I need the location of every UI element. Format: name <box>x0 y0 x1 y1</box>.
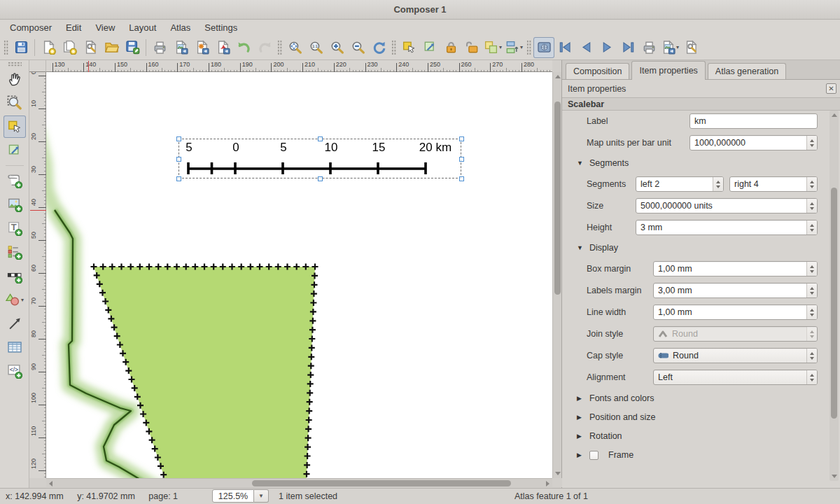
undo-button[interactable] <box>233 37 254 58</box>
spinner[interactable] <box>806 199 817 213</box>
tab-atlas-generation[interactable]: Atlas generation <box>708 63 786 79</box>
atlas-settings-button[interactable] <box>680 37 701 58</box>
print-button[interactable] <box>149 37 170 58</box>
rotation-section[interactable]: ▶ Rotation <box>577 430 827 442</box>
select-move-item-button[interactable] <box>398 37 419 58</box>
composition-manager-button[interactable] <box>80 37 101 58</box>
add-legend-button[interactable] <box>4 241 26 263</box>
composer-canvas[interactable]: 505101520 km <box>46 72 552 478</box>
spinner[interactable] <box>806 262 817 276</box>
move-item-content-button[interactable] <box>419 37 440 58</box>
add-image-button[interactable] <box>4 193 26 216</box>
map-units-input[interactable]: 1000,000000 <box>690 135 818 150</box>
label-input[interactable]: km <box>690 113 818 129</box>
display-group-header[interactable]: ▼ Display <box>577 241 827 254</box>
tab-composition[interactable]: Composition <box>566 63 629 79</box>
move-item-content-tool-button[interactable] <box>4 139 26 162</box>
menu-atlas[interactable]: Atlas <box>163 22 197 33</box>
selection-handle[interactable] <box>459 157 464 162</box>
alignment-combo[interactable]: Left <box>653 370 818 385</box>
unlock-all-items-button[interactable] <box>461 37 482 58</box>
spinner[interactable] <box>806 370 817 384</box>
selection-handle[interactable] <box>318 176 323 181</box>
export-as-pdf-button[interactable] <box>212 37 233 58</box>
pan-tool-button[interactable] <box>4 68 26 90</box>
spinner[interactable] <box>806 305 817 319</box>
spinner[interactable] <box>713 177 723 191</box>
zoom-dropdown-button[interactable]: ▼ <box>254 489 269 503</box>
save-project-button[interactable] <box>10 37 31 58</box>
duplicate-composition-button[interactable] <box>59 37 80 58</box>
atlas-previous-feature-button[interactable] <box>575 37 596 58</box>
zoom-tool-button[interactable] <box>4 92 26 114</box>
fonts-and-colors-section[interactable]: ▶ Fonts and colors <box>577 392 827 405</box>
vertical-scroll-thumb[interactable] <box>554 102 561 295</box>
menu-view[interactable]: View <box>88 22 122 33</box>
spinner[interactable] <box>806 177 817 191</box>
export-atlas-button[interactable]: ▾ <box>659 37 680 58</box>
new-composition-button[interactable] <box>38 37 59 58</box>
export-as-svg-button[interactable] <box>191 37 212 58</box>
selection-handle[interactable] <box>176 176 181 181</box>
atlas-first-feature-button[interactable] <box>554 37 575 58</box>
canvas-horizontal-scrollbar[interactable] <box>46 478 552 487</box>
export-as-image-button[interactable] <box>170 37 191 58</box>
zoom-1-1-button[interactable]: 1:1 <box>305 37 326 58</box>
tab-item-properties[interactable]: Item properties <box>631 61 705 80</box>
menu-settings[interactable]: Settings <box>197 22 244 33</box>
lock-selected-items-button[interactable] <box>440 37 461 58</box>
add-attribute-table-button[interactable] <box>4 336 26 358</box>
selection-handle[interactable] <box>318 136 323 141</box>
print-atlas-button[interactable] <box>638 37 659 58</box>
zoom-full-button[interactable] <box>284 37 305 58</box>
canvas-vertical-scrollbar[interactable] <box>552 72 561 478</box>
line-width-spinbox[interactable]: 1,00 mm <box>653 304 818 320</box>
zoom-combobox[interactable]: 125.5% ▼ <box>212 489 269 503</box>
zoom-level-value[interactable]: 125.5% <box>212 489 254 503</box>
scroll-up-arrow[interactable] <box>555 75 561 78</box>
segments-group-header[interactable]: ▼ Segments <box>577 157 827 169</box>
frame-checkbox[interactable] <box>589 451 598 460</box>
selection-handle[interactable] <box>176 157 181 162</box>
panel-scrollbar[interactable] <box>830 111 839 481</box>
scroll-right-arrow[interactable] <box>546 481 550 486</box>
spinner[interactable] <box>806 136 817 150</box>
refresh-view-button[interactable] <box>368 37 389 58</box>
labels-margin-spinbox[interactable]: 3,00 mm <box>653 283 818 298</box>
scalebar-item[interactable]: 505101520 km <box>178 139 461 178</box>
frame-section[interactable]: ▶ Frame <box>577 449 827 461</box>
size-spinbox[interactable]: 5000,000000 units <box>636 198 818 214</box>
add-new-map-button[interactable] <box>4 169 26 192</box>
atlas-preview-button[interactable] <box>533 37 554 58</box>
select-move-item-tool-button[interactable] <box>4 115 26 138</box>
redo-button[interactable] <box>254 37 275 58</box>
panel-close-icon[interactable]: ✕ <box>826 83 836 94</box>
save-as-template-button[interactable] <box>122 37 143 58</box>
atlas-next-feature-button[interactable] <box>596 37 617 58</box>
box-margin-spinbox[interactable]: 1,00 mm <box>653 261 818 276</box>
add-html-frame-button[interactable]: </> <box>4 360 26 382</box>
panel-scroll-thumb[interactable] <box>831 188 837 419</box>
selection-handle[interactable] <box>459 136 464 141</box>
atlas-last-feature-button[interactable] <box>617 37 638 58</box>
add-arrow-button[interactable] <box>4 312 26 335</box>
raise-selected-items-button[interactable]: ▾ <box>503 37 524 58</box>
add-shape-button[interactable]: ▾ <box>4 288 26 311</box>
segments-left-spinbox[interactable]: left 2 <box>636 176 724 192</box>
menu-layout[interactable]: Layout <box>122 22 163 33</box>
scroll-down-arrow[interactable] <box>832 475 837 478</box>
cap-style-combo[interactable]: Round <box>653 348 818 363</box>
horizontal-scroll-thumb[interactable] <box>252 480 511 486</box>
open-button[interactable] <box>101 37 122 58</box>
menu-composer[interactable]: Composer <box>3 22 59 33</box>
menu-edit[interactable]: Edit <box>59 22 88 33</box>
add-label-button[interactable]: T <box>4 217 26 239</box>
segments-right-spinbox[interactable]: right 4 <box>729 176 818 192</box>
height-spinbox[interactable]: 3 mm <box>636 220 818 235</box>
selection-handle[interactable] <box>459 176 464 181</box>
zoom-out-button[interactable] <box>347 37 368 58</box>
add-scalebar-button[interactable] <box>4 265 26 287</box>
scroll-down-arrow[interactable] <box>555 472 561 475</box>
spinner[interactable] <box>806 349 817 363</box>
group-items-button[interactable]: ▾ <box>482 37 503 58</box>
